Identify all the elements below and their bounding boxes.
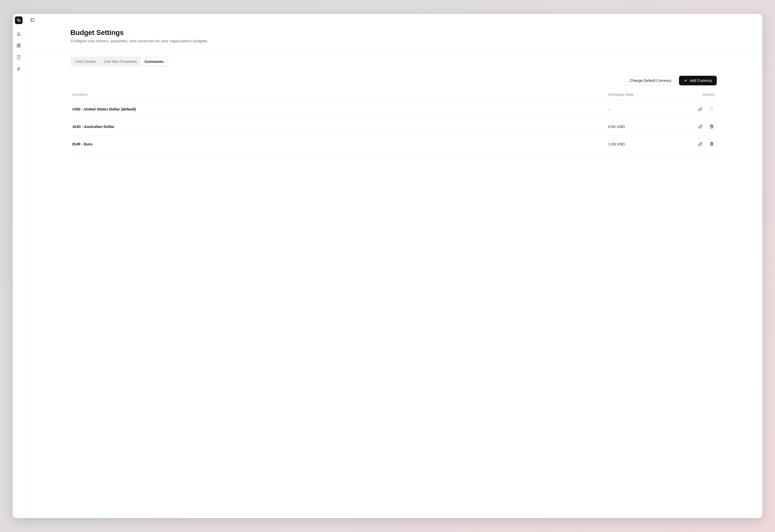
tab-currencies[interactable]: Currencies (141, 57, 167, 66)
row-actions (674, 141, 715, 147)
edit-icon[interactable] (698, 141, 704, 147)
currency-table: Currency Exchange Rate Actions USD - Uni… (70, 92, 717, 153)
trash-icon[interactable] (709, 123, 715, 129)
page-title: Budget Settings (70, 29, 717, 37)
tab-line-item-properties[interactable]: Line Item Properties (101, 57, 141, 66)
page-subtitle: Configure cost centers, properties, and … (70, 39, 717, 43)
svg-rect-6 (17, 55, 20, 59)
table-row: EUR - Euro 1.03 USD (70, 135, 717, 153)
svg-rect-4 (19, 45, 20, 47)
svg-rect-2 (17, 44, 18, 45)
app-window: Budget Settings Configure cost centers, … (13, 14, 762, 518)
add-currency-button[interactable]: Add Currency (679, 76, 717, 85)
topbar (25, 14, 762, 26)
currency-rate: - (608, 107, 674, 111)
row-actions (674, 106, 715, 112)
plus-icon (684, 78, 688, 83)
nav-lightning[interactable] (15, 65, 23, 73)
tabs: Cost Centers Line Item Properties Curren… (70, 56, 168, 67)
sidebar-toggle-icon[interactable] (29, 16, 36, 24)
currency-rate: 1.03 USD (608, 142, 674, 146)
nav-dashboard[interactable] (15, 42, 23, 49)
table-head: Currency Exchange Rate Actions (70, 92, 717, 100)
svg-rect-5 (17, 46, 18, 47)
trash-icon (709, 106, 715, 112)
svg-rect-7 (31, 18, 34, 22)
change-default-currency-button[interactable]: Change Default Currency (625, 76, 676, 85)
main-area: Budget Settings Configure cost centers, … (25, 14, 762, 518)
table-row: AUD - Australian Dollar 0.62 USD (70, 118, 717, 135)
currency-rate: 0.62 USD (608, 124, 674, 129)
nav-building[interactable] (15, 53, 23, 61)
currency-name: AUD - Australian Dollar (72, 124, 608, 129)
trash-icon[interactable] (709, 141, 715, 147)
add-currency-label: Add Currency (690, 78, 712, 83)
col-currency: Currency (72, 92, 608, 96)
action-row: Change Default Currency Add Currency (70, 76, 717, 85)
table-row: USD - United States Dollar (default) - (70, 100, 717, 118)
tab-cost-centers[interactable]: Cost Centers (71, 57, 100, 66)
col-rate: Exchange Rate (608, 92, 674, 96)
content: Budget Settings Configure cost centers, … (25, 26, 762, 518)
edit-icon[interactable] (698, 106, 704, 112)
col-actions: Actions (674, 92, 715, 96)
svg-rect-3 (19, 44, 20, 45)
currency-name: USD - United States Dollar (default) (72, 107, 608, 111)
row-actions (674, 123, 715, 129)
nav-home[interactable] (15, 30, 23, 38)
edit-icon[interactable] (698, 123, 704, 129)
currency-name: EUR - Euro (72, 142, 608, 146)
app-logo[interactable] (15, 16, 23, 24)
nav-rail (13, 14, 25, 518)
